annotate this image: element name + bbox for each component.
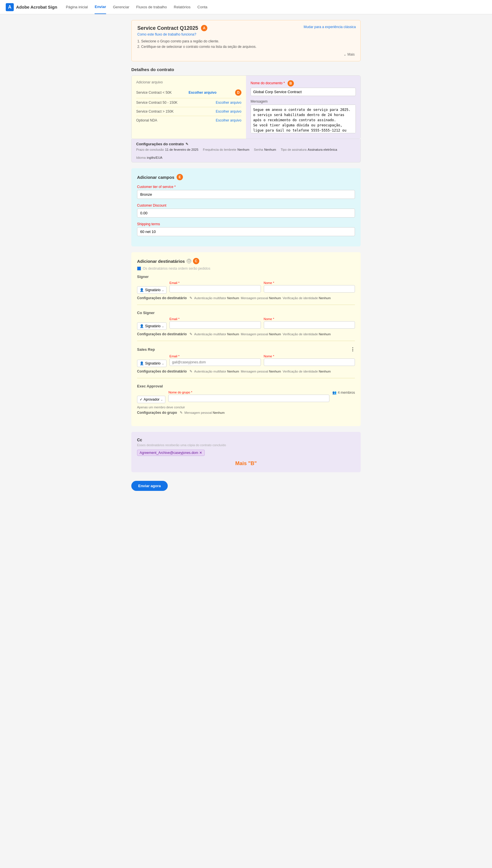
salesrep-name-input[interactable] [264,358,355,366]
field-group-2: Shipping terms [137,222,355,236]
signer-name-wrap: Nome * [264,281,355,292]
salesrep-config-edit-icon[interactable]: ✎ [190,369,192,374]
cosigner-personal-msg: Mensagem pessoal Nenhum [241,332,281,336]
approver-group-wrap: Nome do grupo * [168,390,329,402]
salesrep-more-icon[interactable]: ⋮ [350,347,355,352]
approver-block: Exec Approval ✓ Aprovador ⌄ Nome do grup… [137,384,355,415]
banner-instructions: 1. Selecione o Grupo correto para a regi… [137,39,355,50]
document-name-input[interactable] [251,88,356,96]
main-nav: Página inicial Enviar Gerenciar Fluxos d… [66,0,207,14]
field-input-1[interactable] [137,209,355,218]
salesrep-email-input[interactable] [169,358,261,366]
cc-title: Cc [137,438,355,442]
signer-config: Configurações do destinatário ✎ Autentic… [137,296,355,300]
config-sign-type: Tipo de assinatura Assinatura eletrônica [281,148,337,151]
signer-role-btn[interactable]: 👤 Signatário ⌄ [137,286,167,294]
message-textarea[interactable]: Segue em anexo o contrato de serviço par… [251,105,356,133]
members-badge: 👥 4 membros [332,390,355,394]
salesrep-id-verify: Verificação de identidade Nenhum [283,370,331,373]
salesrep-email-label: Email * [169,355,261,358]
config-reminder: Frequência do lembrete Nenhum [203,148,249,151]
file-name-3: Optional NDA [136,118,157,122]
config-edit-icon[interactable]: ✎ [186,142,188,146]
approver-note: Apenas um membro deve concluir [137,406,355,409]
recipient-block-salesrep: Sales Rep ⋮ 👤 Signatário ⌄ Email * [137,347,355,378]
file-name-0: Service Contract < 50K [136,91,172,95]
nav-workflows[interactable]: Fluxos de trabalho [136,0,167,14]
approver-title: Exec Approval [137,384,355,388]
signer-name-label: Nome * [264,281,355,285]
person-icon: 👤 [140,288,144,292]
cosigner-email-input[interactable] [169,321,261,329]
files-section: Adicionar arquivo Service Contract < 50K… [131,76,246,139]
salesrep-config: Configurações do destinatário ✎ Autentic… [137,369,355,374]
document-section: Nome do documento * B Mensagem Segue em … [246,76,361,139]
instruction-1: 1. Selecione o Grupo correto para a regi… [137,39,355,44]
nav-send[interactable]: Enviar [95,0,106,14]
signer-name-input[interactable] [264,285,355,292]
cosigner-name-wrap: Nome * [264,317,355,329]
approver-personal-msg: Mensagem pessoal Nenhum [184,411,224,414]
badge-a: A [201,25,207,31]
cosigner-name-label: Nome * [264,317,355,321]
file-choose-2[interactable]: Escolher arquivo [216,109,241,113]
submit-area: Enviar agora [131,478,361,496]
add-fields-title: Adicionar campos E [137,174,355,180]
contract-details-section: Detalhes do contrato Adicionar arquivo S… [131,67,361,162]
config-bar-title: Configurações do contrato ✎ [136,142,356,146]
signer-title: Signer [137,275,355,279]
field-label-0: Customer tier of service * [137,185,355,189]
cc-chips: Agreement_Archive@caseyjones.dom ✕ [137,450,355,456]
signer-personal-msg: Mensagem pessoal Nenhum [241,296,281,300]
message-label: Mensagem [251,99,356,103]
nav-manage[interactable]: Gerenciar [113,0,129,14]
signer-row: 👤 Signatário ⌄ Email * Nome * [137,281,355,294]
signer-id-verify: Verificação de identidade Nenhum [283,296,331,300]
approver-group-input[interactable] [168,394,329,402]
cosigner-role-btn[interactable]: 👤 Signatário ⌄ [137,323,167,330]
approver-config-edit-icon[interactable]: ✎ [180,411,182,415]
cosigner-title: Co Signer [137,311,355,315]
logo: A Adobe Acrobat Sign [6,3,57,11]
approver-row: ✓ Aprovador ⌄ Nome do grupo * 👥 4 membro… [137,390,355,403]
recipients-info-icon[interactable]: ⓘ [187,259,191,263]
field-input-0[interactable] [137,190,355,199]
cc-more: Mais "B" [137,460,355,466]
recipient-block-signer: Signer 👤 Signatário ⌄ Email * [137,275,355,305]
nav-home[interactable]: Página inicial [66,0,88,14]
recipients-checkbox[interactable] [137,266,141,271]
salesrep-multi-auth: Autenticação multifator Nenhum [194,370,239,373]
signer-email-wrap: Email * [169,281,261,292]
file-row-3: Optional NDA Escolher arquivo [136,116,241,125]
file-choose-0[interactable]: Escolher arquivo [189,91,217,95]
file-choose-1[interactable]: Escolher arquivo [216,101,241,105]
banner-more[interactable]: ⌄ Mais [137,52,355,56]
chevron-down-icon: ⌄ [162,325,164,328]
salesrep-personal-msg: Mensagem pessoal Nenhum [241,370,281,373]
cosigner-role-wrap: 👤 Signatário ⌄ [137,317,167,330]
people-icon: 👥 [332,390,337,394]
cosigner-config-edit-icon[interactable]: ✎ [190,332,192,336]
nav-reports[interactable]: Relatórios [174,0,191,14]
workflow-link[interactable]: Como este fluxo de trabalho funciona? [137,32,355,36]
field-input-2[interactable] [137,227,355,236]
cc-chip-text-0: Agreement_Archive@caseyjones.dom [140,451,198,455]
classic-link[interactable]: Mudar para a experiência clássica [304,25,356,29]
nav-account[interactable]: Conta [198,0,207,14]
approver-role-wrap: ✓ Aprovador ⌄ [137,390,166,403]
cc-chip-remove-icon[interactable]: ✕ [199,451,202,455]
field-label-1: Customer Discount [137,203,355,207]
file-name-1: Service Contract 50 - 150K [136,101,177,105]
approver-role-btn[interactable]: ✓ Aprovador ⌄ [137,396,166,403]
signer-email-input[interactable] [169,285,261,292]
cosigner-name-input[interactable] [264,321,355,329]
submit-button[interactable]: Enviar agora [131,481,168,491]
badge-b: B [288,80,294,86]
signer-config-edit-icon[interactable]: ✎ [190,296,192,300]
file-choose-3[interactable]: Escolher arquivo [216,118,241,122]
recipients-note: Os destinatários nesta ordem serão pedid… [137,266,355,271]
salesrep-role-btn[interactable]: 👤 Signatário ⌄ [137,360,167,367]
signer-email-label: Email * [169,281,261,285]
cc-chip-0: Agreement_Archive@caseyjones.dom ✕ [137,450,205,456]
recipient-block-cosigner: Co Signer 👤 Signatário ⌄ Email * [137,311,355,341]
